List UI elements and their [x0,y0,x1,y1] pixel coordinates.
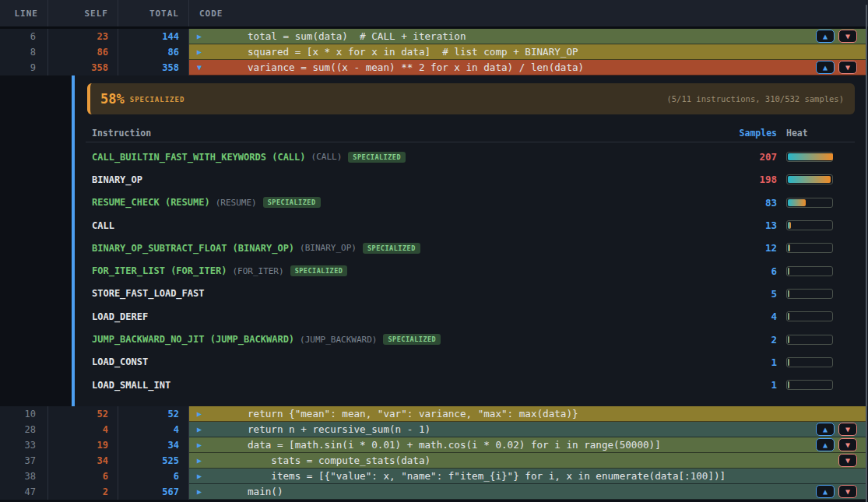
expand-icon[interactable]: ▶ [197,422,202,437]
sample-count: 2 [722,334,777,346]
move-down-button[interactable]: ▼ [838,423,857,436]
instruction-table: Instruction Samples Heat CALL_BUILTIN_FA… [86,125,855,396]
scrollbar[interactable] [866,5,867,502]
instruction-name: CALL [92,220,114,231]
move-down-button[interactable]: ▼ [838,30,857,43]
heat-bar-fill [788,359,789,366]
line-number: 37 [0,453,48,469]
instruction-row: CALL13 [86,214,855,237]
profiler-view: LINE SELF TOTAL CODE 623144▶total = sum(… [0,0,868,502]
heat-bar [786,380,833,390]
sample-count: 5 [722,288,777,300]
sample-count: 207 [722,151,777,163]
instruction-name: BINARY_OP [92,174,142,185]
move-up-button[interactable]: ▲ [816,61,835,74]
row-buttons: ▼ [838,454,857,468]
specialized-label: SPECIALIZED [130,96,185,104]
code-line-row: 472567▶main()▲▼ [0,484,868,500]
code-line-row: 331934▶data = [math.sin(i * 0.01) + math… [0,437,868,453]
heat-bar-fill [788,268,789,275]
code-rows-bottom: 105252▶return {"mean": mean, "var": vari… [0,406,868,500]
total-samples: 525 [118,453,189,469]
move-up-button[interactable]: ▲ [816,30,835,43]
code-cell: ▼variance = sum((x - mean) ** 2 for x in… [189,60,866,75]
expand-icon[interactable]: ▶ [197,406,202,422]
heat-bar-fill [788,153,833,160]
base-instruction: (FOR_ITER) [232,266,283,276]
expand-icon[interactable]: ▶ [197,29,202,44]
code-cell: ▶data = [math.sin(i * 0.01) + math.cos(i… [189,437,866,453]
collapse-icon[interactable]: ▼ [197,60,202,75]
code-line-row: 623144▶total = sum(data) # CALL + iterat… [0,29,868,44]
code-text: squared = [x * x for x in data] # list c… [248,44,578,60]
move-up-button[interactable]: ▲ [816,423,835,436]
line-number: 33 [0,437,48,453]
line-number: 8 [0,44,48,60]
instruction-row: BINARY_OP198 [86,168,855,191]
code-cell: ▶return n + recursive_sum(n - 1)▲▼ [189,422,866,437]
instruction-name: LOAD_CONST [92,356,148,367]
expand-icon[interactable]: ▶ [197,44,202,60]
move-down-button[interactable]: ▼ [838,438,857,451]
total-samples: 6 [118,469,189,484]
code-text: data = [math.sin(i * 0.01) + math.cos(i … [248,437,661,453]
heat-bar [786,220,833,230]
instruction-row: RESUME_CHECK (RESUME)(RESUME)SPECIALIZED… [86,191,855,214]
self-samples: 52 [48,406,118,422]
self-samples: 6 [48,469,118,484]
move-down-button[interactable]: ▼ [838,485,857,498]
instruction-row: CALL_BUILTIN_FAST_WITH_KEYWORDS (CALL)(C… [86,146,855,168]
instruction-row: LOAD_DEREF4 [86,305,855,328]
line-number: 10 [0,406,48,422]
heat-bar [786,174,833,184]
sample-count: 4 [722,311,777,322]
specialized-badge: SPECIALIZED [348,152,406,163]
code-cell: ▶ items = [{"value": x, "name": f"item_{… [189,469,866,484]
heat-bar-fill [788,176,831,183]
heat-bar [786,266,833,276]
specialized-percent: 58% [100,91,125,107]
instruction-table-header: Instruction Samples Heat [86,125,855,142]
expand-icon[interactable]: ▶ [197,469,202,484]
expand-icon[interactable]: ▶ [197,453,202,469]
code-line-row: 3866▶ items = [{"value": x, "name": f"it… [0,469,868,484]
move-up-button[interactable]: ▲ [816,438,835,451]
move-down-button[interactable]: ▼ [838,454,857,467]
expand-icon[interactable]: ▶ [197,484,202,500]
base-instruction: (BINARY_OP) [300,243,357,253]
sample-count: 13 [722,219,777,231]
specialized-badge: SPECIALIZED [363,243,420,254]
heat-bar [786,243,833,253]
heat-bar [786,198,833,208]
code-text: variance = sum((x - mean) ** 2 for x in … [248,60,584,75]
heat-bar [786,152,833,162]
instruction-row: JUMP_BACKWARD_NO_JIT (JUMP_BACKWARD)(JUM… [86,328,855,350]
col-header-line: LINE [0,0,48,26]
self-samples: 4 [48,422,118,437]
heat-bar-fill [788,290,789,297]
instruction-row: LOAD_SMALL_INT1 [86,374,855,396]
column-header-row: LINE SELF TOTAL CODE [0,0,868,29]
move-down-button[interactable]: ▼ [838,61,857,74]
move-up-button[interactable]: ▲ [816,485,835,498]
instruction-row: LOAD_CONST1 [86,351,855,374]
panel-gutter [0,75,72,406]
code-text: return {"mean": mean, "var": variance, "… [248,406,578,422]
self-samples: 86 [48,44,118,60]
col-header-self: SELF [48,0,118,26]
self-samples: 23 [48,29,118,44]
code-text: items = [{"value": x, "name": f"item_{i}… [248,469,726,484]
row-buttons: ▲▼ [816,423,857,437]
instruction-name: LOAD_DEREF [92,311,148,322]
expand-icon[interactable]: ▶ [197,437,202,453]
line-number: 9 [0,60,48,75]
heat-bar [786,335,833,345]
instruction-row: FOR_ITER_LIST (FOR_ITER)(FOR_ITER)SPECIA… [86,259,855,282]
instruction-row: STORE_FAST_LOAD_FAST5 [86,283,855,305]
row-buttons: ▲▼ [816,61,857,75]
specialization-banner: 58% SPECIALIZED (5/11 instructions, 310/… [87,83,855,114]
instruction-name: RESUME_CHECK (RESUME) [92,197,210,208]
line-number: 6 [0,29,48,44]
self-samples: 2 [48,484,118,500]
base-instruction: (CALL) [311,152,343,162]
